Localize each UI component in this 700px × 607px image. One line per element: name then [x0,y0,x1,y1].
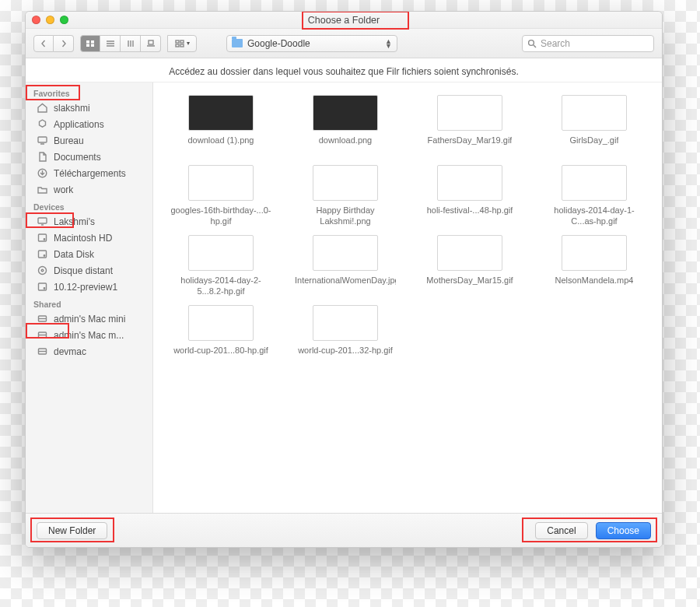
file-name: holidays-2014-day-2-5...8.2-hp.gif [170,275,271,297]
file-thumbnail [437,235,502,271]
file-thumbnail [188,235,254,271]
downloads-icon [37,167,48,179]
server-icon [37,346,48,357]
disk-icon [37,248,48,260]
sidebar-item[interactable]: Applications [26,116,152,132]
file-name: world-cup-201...32-hp.gif [298,346,393,367]
sidebar-item-label: Lakshmi's [54,216,95,227]
desktop-icon [37,135,48,146]
coverflow-view-button[interactable] [141,35,161,52]
sidebar-section-header: Shared [26,295,152,311]
sidebar-item-label: Macintosh HD [54,233,112,244]
view-mode-segment [80,35,161,52]
svg-point-9 [529,40,534,45]
file-item[interactable]: world-cup-201...80-hp.gif [161,305,281,367]
chevron-updown-icon: ▲▼ [385,39,392,48]
sidebar-item-label: Téléchargements [54,168,126,179]
file-item[interactable]: MothersDay_Mar15.gif [410,235,530,297]
svg-rect-3 [91,44,94,47]
group-by-button[interactable]: ▾ [167,35,197,52]
path-popup[interactable]: Google-Doodle ▲▼ [226,35,397,52]
sidebar-item[interactable]: Documents [26,149,152,165]
file-name: MothersDay_Mar15.gif [426,275,513,297]
file-name: NelsonMandela.mp4 [555,275,634,297]
cancel-button[interactable]: Cancel [535,522,587,539]
file-name: holidays-2014-day-1-C...as-hp.gif [544,205,645,227]
sidebar-item[interactable]: Bureau [26,132,152,149]
sidebar-item-label: Documents [54,152,101,163]
file-name: download.png [319,135,373,157]
file-item[interactable]: download.png [285,95,405,157]
search-field[interactable]: Search [522,35,654,52]
sidebar-item[interactable]: Lakshmi's [26,213,152,230]
sidebar-item[interactable]: slakshmi [26,100,152,116]
sidebar-item[interactable]: devmac [26,343,152,360]
sidebar-item-label: Bureau [54,135,84,146]
svg-rect-4 [149,40,153,44]
sidebar-item[interactable]: 10.12-preview1 [26,279,152,295]
sidebar-item-label: Applications [54,119,104,130]
file-name: FathersDay_Mar19.gif [428,135,513,157]
file-name: world-cup-201...80-hp.gif [173,346,268,367]
instruction-message: Accédez au dossier dans lequel vous souh… [26,58,662,82]
sidebar-item[interactable]: admin's Mac m... [26,327,152,343]
file-browser[interactable]: download (1).pngdownload.pngFathersDay_M… [153,82,662,513]
file-item[interactable]: holidays-2014-day-2-5...8.2-hp.gif [161,235,281,297]
new-folder-button[interactable]: New Folder [37,522,107,539]
file-item[interactable]: googles-16th-birthday-...0-hp.gif [161,165,281,227]
file-thumbnail [313,235,378,271]
file-thumbnail [188,165,254,201]
choose-folder-dialog: Choose a Folder ▾ Google-Doodle ▲▼ Searc… [25,11,663,548]
file-thumbnail [188,95,254,131]
search-placeholder: Search [541,38,570,49]
file-name: GirlsDay_.gif [570,135,619,157]
sidebar-item[interactable]: Data Disk [26,246,152,262]
sidebar-item[interactable]: Macintosh HD [26,230,152,246]
sidebar-item-label: 10.12-preview1 [54,282,117,293]
toolbar: ▾ Google-Doodle ▲▼ Search [26,29,662,58]
computer-icon [37,216,48,227]
file-item[interactable]: holi-festival-...48-hp.gif [410,165,530,227]
sidebar-item-label: admin's Mac m... [54,330,124,341]
documents-icon [37,151,48,163]
nav-buttons [33,35,74,52]
file-item[interactable]: NelsonMandela.mp4 [534,235,654,297]
sidebar-item[interactable]: Disque distant [26,262,152,279]
svg-rect-8 [180,44,184,47]
file-item[interactable]: world-cup-201...32-hp.gif [285,305,405,367]
file-name: holi-festival-...48-hp.gif [427,205,513,227]
sidebar-item-label: Data Disk [54,249,94,260]
file-item[interactable]: FathersDay_Mar19.gif [410,95,530,157]
folder-icon [232,39,243,47]
back-button[interactable] [33,35,54,52]
sidebar-item-label: work [54,184,73,195]
column-view-button[interactable] [121,35,141,52]
svg-rect-6 [180,40,184,43]
file-thumbnail [437,165,502,201]
file-thumbnail [313,305,378,341]
sidebar-item-label: Disque distant [54,265,113,276]
file-item[interactable]: GirlsDay_.gif [534,95,654,157]
file-thumbnail [562,95,627,131]
file-thumbnail [562,235,627,271]
list-view-button[interactable] [100,35,121,52]
sidebar-item[interactable]: work [26,181,152,198]
sidebar-item[interactable]: admin's Mac mini [26,311,152,327]
disk-icon [37,281,48,293]
forward-button[interactable] [54,35,74,52]
sidebar: FavoritesslakshmiApplicationsBureauDocum… [26,82,153,513]
choose-button[interactable]: Choose [596,522,651,539]
svg-rect-2 [86,44,89,47]
window-title: Choose a Folder [26,15,662,26]
svg-rect-1 [91,40,94,44]
icon-view-button[interactable] [80,35,100,52]
file-item[interactable]: holidays-2014-day-1-C...as-hp.gif [534,165,654,227]
titlebar: Choose a Folder [26,12,662,29]
file-name: googles-16th-birthday-...0-hp.gif [170,205,271,227]
file-thumbnail [313,165,378,201]
file-item[interactable]: Happy Birthday Lakshmi!.png [285,165,405,227]
file-name: InternationalWomenDay.jpg [295,275,396,297]
sidebar-item[interactable]: Téléchargements [26,165,152,181]
file-item[interactable]: InternationalWomenDay.jpg [285,235,405,297]
file-item[interactable]: download (1).png [161,95,281,157]
